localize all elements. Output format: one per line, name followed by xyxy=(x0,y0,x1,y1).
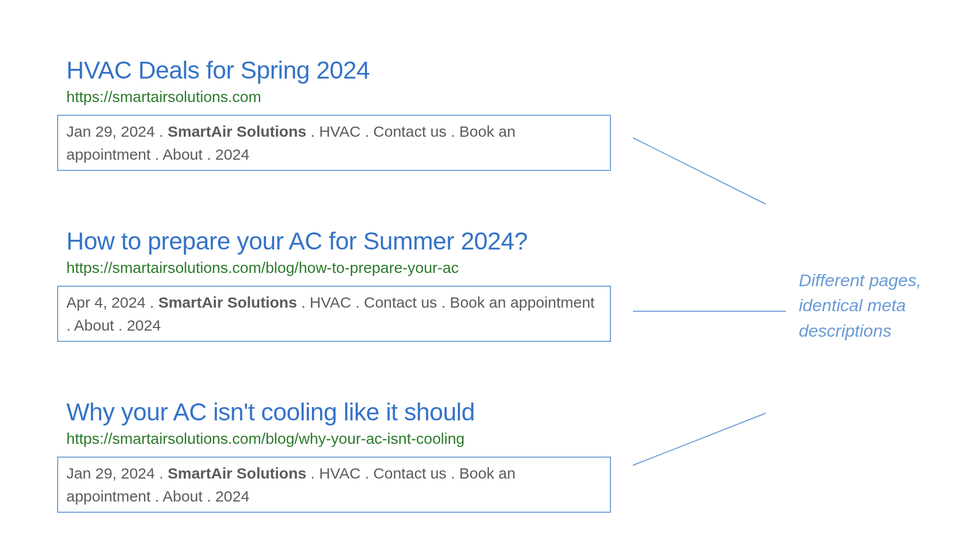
search-result-2: How to prepare your AC for Summer 2024? … xyxy=(66,227,914,342)
result-title: Why your AC isn't cooling like it should xyxy=(66,398,914,426)
annotation-label: Different pages, identical meta descript… xyxy=(799,268,980,343)
snippet-date: Jan 29, 2024 . xyxy=(66,465,168,482)
result-snippet-box: Jan 29, 2024 . SmartAir Solutions . HVAC… xyxy=(57,457,611,513)
result-url: https://smartairsolutions.com/blog/how-t… xyxy=(66,259,914,277)
snippet-bold: SmartAir Solutions xyxy=(168,123,307,140)
snippet-date: Jan 29, 2024 . xyxy=(66,123,168,140)
snippet-date: Apr 4, 2024 . xyxy=(66,294,158,311)
result-url: https://smartairsolutions.com/blog/why-y… xyxy=(66,430,914,447)
result-url: https://smartairsolutions.com xyxy=(66,88,914,106)
result-snippet-box: Jan 29, 2024 . SmartAir Solutions . HVAC… xyxy=(57,115,611,171)
result-title: How to prepare your AC for Summer 2024? xyxy=(66,227,914,255)
snippet-bold: SmartAir Solutions xyxy=(168,465,307,482)
search-result-3: Why your AC isn't cooling like it should… xyxy=(66,398,914,513)
snippet-bold: SmartAir Solutions xyxy=(158,294,297,311)
search-result-1: HVAC Deals for Spring 2024 https://smart… xyxy=(66,56,914,171)
result-snippet-box: Apr 4, 2024 . SmartAir Solutions . HVAC … xyxy=(57,286,611,342)
result-title: HVAC Deals for Spring 2024 xyxy=(66,56,914,84)
